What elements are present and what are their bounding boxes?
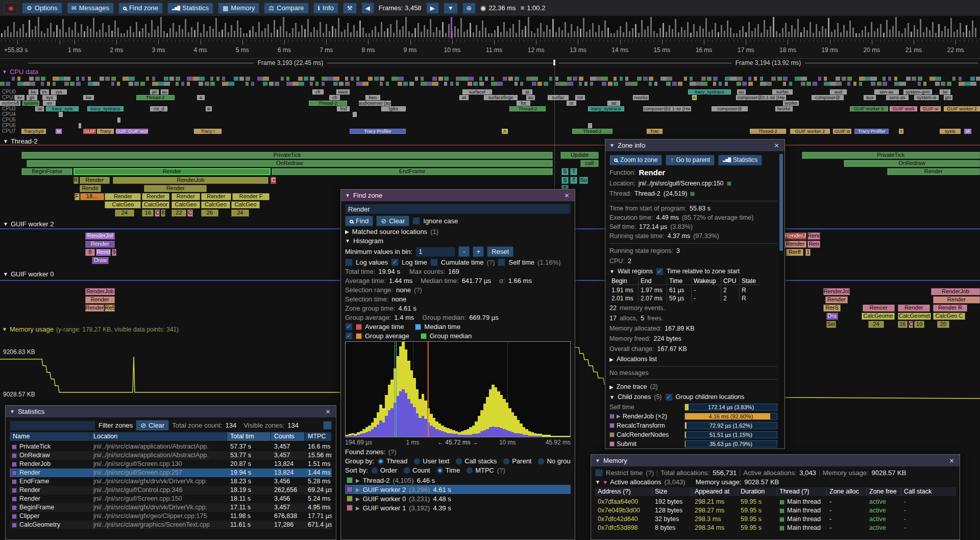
frame-bar[interactable] xyxy=(574,31,575,37)
active-allocations-toggle[interactable]: ▼ ♥ Active allocations (3,043) Memory us… xyxy=(595,478,955,486)
close-icon[interactable]: ✕ xyxy=(324,408,332,415)
messages-button[interactable]: ✉Messages xyxy=(67,3,114,14)
frame-bar[interactable] xyxy=(684,30,685,37)
frame-bar[interactable] xyxy=(35,26,36,37)
group-by-call-stacks[interactable]: Call stacks xyxy=(455,457,497,465)
zone-location[interactable]: jni/../jni/src/guif/Screen.cpp:150 xyxy=(639,180,724,187)
timeline-zone-r[interactable]: R xyxy=(74,177,79,184)
collapse-icon[interactable]: ▼ xyxy=(609,143,615,148)
frame-bar[interactable] xyxy=(767,30,768,37)
cpu-zone[interactable]: kv xyxy=(15,95,24,100)
cpu-zone[interactable]: GUIF worker 0 xyxy=(850,106,888,111)
statistics-row[interactable]: PrivateTickjni/../jni/src/claw/applicati… xyxy=(10,442,332,451)
frame-bar[interactable] xyxy=(338,18,339,37)
frame-bar[interactable] xyxy=(754,28,756,37)
collapse-icon[interactable]: ▼ xyxy=(2,326,7,332)
frame-bar[interactable] xyxy=(10,32,12,37)
frame-bar[interactable] xyxy=(111,31,113,37)
frame-bar[interactable] xyxy=(586,32,587,37)
frame-bar[interactable] xyxy=(950,18,952,37)
cpu-zone[interactable]: GUIF GUIF worl xyxy=(116,129,148,134)
frame-bar[interactable] xyxy=(779,33,780,37)
frame-bar[interactable] xyxy=(255,32,257,37)
frame-bar[interactable] xyxy=(629,31,630,37)
cpu-zone[interactable]: rot_d xyxy=(150,106,168,111)
cpu-zone[interactable]: kw xyxy=(83,95,94,100)
frame-bar[interactable] xyxy=(488,33,489,37)
frame-bar[interactable] xyxy=(730,28,731,37)
tools-button[interactable]: ⚒ xyxy=(343,3,357,14)
frame-bar[interactable] xyxy=(29,20,30,37)
frame-bar[interactable] xyxy=(56,25,58,37)
child-zone-row-self-time[interactable]: Self time172.14 µs (3.83%) xyxy=(609,403,777,411)
frame-bar[interactable] xyxy=(748,22,750,37)
cpu-zone[interactable]: Tracy xyxy=(97,129,114,134)
memory-usage-section-label[interactable]: ▼ Memory usage (y-range: 178.27 KB, visi… xyxy=(2,325,179,333)
frame-bar[interactable] xyxy=(607,28,609,37)
frame-bar[interactable] xyxy=(901,33,903,37)
frame-bar[interactable] xyxy=(558,27,560,37)
column-header-total-tim[interactable]: Total tim xyxy=(227,432,271,441)
frame-bar[interactable] xyxy=(724,31,725,37)
frame-bar[interactable] xyxy=(932,22,934,37)
frame-bar[interactable] xyxy=(258,22,260,37)
frame-bar[interactable] xyxy=(320,22,321,37)
average-time-checkbox[interactable] xyxy=(345,323,353,331)
frame-span-3193[interactable]: Frame 3,193 (22.45 ms) xyxy=(28,59,553,67)
frame-bar[interactable] xyxy=(234,31,235,37)
frame-bar[interactable] xyxy=(185,19,186,37)
frame-bar[interactable] xyxy=(323,33,324,37)
timeline-zone-calcgeo-c[interactable]: CalcGeo C xyxy=(933,313,965,320)
frame-bar[interactable] xyxy=(494,30,496,37)
frame-bar[interactable] xyxy=(865,26,866,37)
frame-bar[interactable] xyxy=(975,28,976,37)
frame-bar[interactable] xyxy=(822,26,823,37)
frame-bar[interactable] xyxy=(656,33,658,37)
column-header-name[interactable]: Name xyxy=(10,432,90,441)
clear-button[interactable]: ⊘Clear xyxy=(376,216,409,226)
cpu-zone[interactable]: ka xyxy=(29,89,38,95)
timeline-zone-t[interactable]: T xyxy=(570,177,577,184)
timeline-zone-onredraw[interactable]: OnRedraw xyxy=(844,160,980,167)
timeline-zone-renderj[interactable]: RenderJ xyxy=(784,232,806,240)
frame-bar[interactable] xyxy=(329,31,330,37)
timeline-zone-calcgeo[interactable]: CalcGeo xyxy=(231,201,260,208)
find-button[interactable]: Find xyxy=(345,216,373,226)
timeline-zone-update[interactable]: Update xyxy=(560,152,599,159)
cpu-zone[interactable]: Trac xyxy=(647,129,663,134)
frame-bar[interactable] xyxy=(78,33,79,37)
recenter-button[interactable]: ⊕ xyxy=(462,3,476,14)
frame-bar[interactable] xyxy=(427,29,428,37)
timeline-zone-8[interactable]: 8 xyxy=(85,249,95,256)
next-frame-button[interactable]: ▶ xyxy=(426,3,439,14)
frame-bar[interactable] xyxy=(26,33,27,37)
frame-bar[interactable] xyxy=(617,30,618,37)
group-by-thread[interactable]: Thread xyxy=(377,457,407,465)
frame-bar[interactable] xyxy=(788,32,790,37)
column-header-appeared-at[interactable]: Appeared at xyxy=(692,487,738,496)
frame-bar[interactable] xyxy=(534,33,535,37)
frame-bar[interactable] xyxy=(757,24,759,37)
timeline-zone-privatetick[interactable]: PrivateTick xyxy=(802,152,980,159)
frame-bar[interactable] xyxy=(470,23,471,37)
frame-bar[interactable] xyxy=(666,32,667,37)
statistics-row[interactable]: Clipperjni/../jni/src/claw/gfx/geo/Clipp… xyxy=(10,512,332,521)
frame-bar[interactable] xyxy=(571,24,572,37)
frame-bar[interactable] xyxy=(485,28,486,37)
frame-bar[interactable] xyxy=(537,28,538,37)
timeline-zone-calcgeor[interactable]: CalcGeor xyxy=(142,201,169,208)
timeline-zone-rencer[interactable]: Rencer xyxy=(863,304,895,312)
collapse-icon[interactable]: ▼ xyxy=(2,69,7,75)
frame-bar[interactable] xyxy=(736,33,738,37)
timeline-zone-calcgeo[interactable]: CalcGeo xyxy=(201,201,231,208)
frame-bar[interactable] xyxy=(65,32,67,37)
cpu-zone[interactable]: jal xyxy=(150,89,159,95)
column-header-zone-free[interactable]: Zone free xyxy=(867,487,901,496)
frame-bar[interactable] xyxy=(871,22,872,37)
frame-bar[interactable] xyxy=(914,25,915,37)
timeline-zone-calcgeo[interactable]: CalcGeo xyxy=(172,201,200,208)
cpu-zone[interactable]: A xyxy=(692,95,697,100)
frame-bar[interactable] xyxy=(301,25,303,37)
histogram-toggle[interactable]: ▼ Histogram xyxy=(345,237,571,245)
timeline-zone-renderjol[interactable]: RenderJol xyxy=(85,232,115,240)
